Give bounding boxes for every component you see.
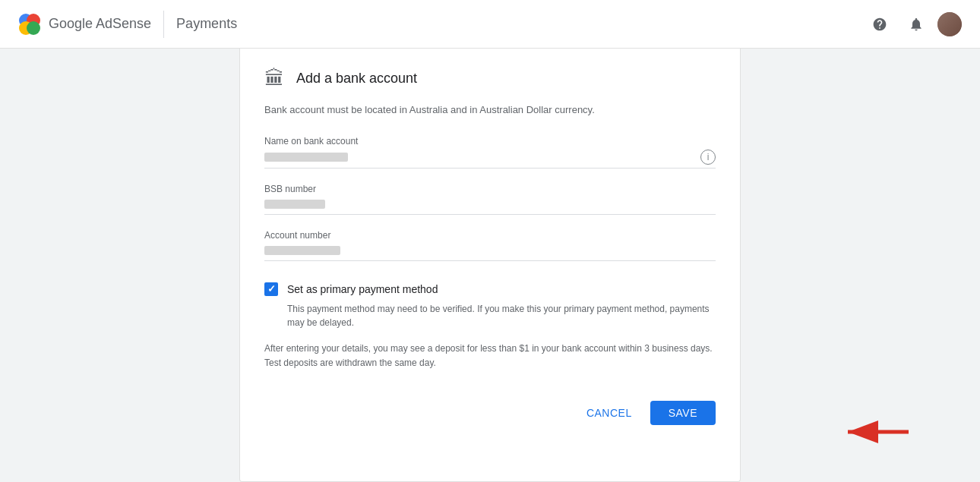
- bell-icon: [909, 17, 924, 32]
- top-navigation: Google AdSense Payments: [0, 0, 980, 49]
- account-field-blurred-value: [264, 246, 340, 255]
- bsb-field-label: BSB number: [264, 184, 716, 194]
- bsb-field-blurred-value: [264, 200, 325, 209]
- action-buttons-area: CANCEL SAVE: [240, 389, 740, 443]
- info-text: After entering your details, you may see…: [264, 342, 716, 370]
- help-button[interactable]: [865, 9, 895, 39]
- card-description: Bank account must be located in Australi…: [264, 102, 716, 118]
- info-icon-name[interactable]: i: [700, 150, 716, 165]
- primary-payment-checkbox[interactable]: ✓: [264, 282, 278, 296]
- checkbox-description: This payment method may need to be verif…: [287, 302, 716, 329]
- card-title: Add a bank account: [296, 71, 417, 87]
- app-name: Google AdSense: [49, 16, 151, 32]
- main-content: 🏛 Add a bank account Bank account must b…: [0, 49, 980, 482]
- bsb-field-group: BSB number: [264, 184, 716, 215]
- name-field-group: Name on bank account i: [264, 136, 716, 169]
- checkbox-row: ✓ Set as primary payment method: [264, 282, 716, 296]
- nav-divider: [163, 11, 164, 38]
- page-title: Payments: [176, 16, 237, 32]
- account-field-label: Account number: [264, 230, 716, 241]
- user-avatar[interactable]: [937, 12, 962, 36]
- google-logo: [18, 13, 41, 36]
- nav-right-area: [865, 9, 962, 39]
- save-button[interactable]: SAVE: [650, 401, 716, 425]
- logo-area: Google AdSense: [18, 13, 151, 36]
- cancel-button[interactable]: CANCEL: [574, 401, 644, 425]
- card-header: 🏛 Add a bank account: [240, 49, 740, 102]
- bank-icon: 🏛: [264, 67, 284, 90]
- svg-point-3: [27, 21, 40, 35]
- name-field-blurred-value: [264, 153, 348, 162]
- help-icon: [872, 17, 887, 32]
- card-body: Bank account must be located in Australi…: [240, 102, 740, 389]
- account-field-group: Account number: [264, 230, 716, 261]
- name-field-label: Name on bank account: [264, 136, 716, 146]
- primary-payment-section: ✓ Set as primary payment method This pay…: [264, 282, 716, 329]
- notifications-button[interactable]: [901, 9, 931, 39]
- checkbox-label: Set as primary payment method: [287, 283, 438, 295]
- add-bank-account-card: 🏛 Add a bank account Bank account must b…: [239, 49, 741, 482]
